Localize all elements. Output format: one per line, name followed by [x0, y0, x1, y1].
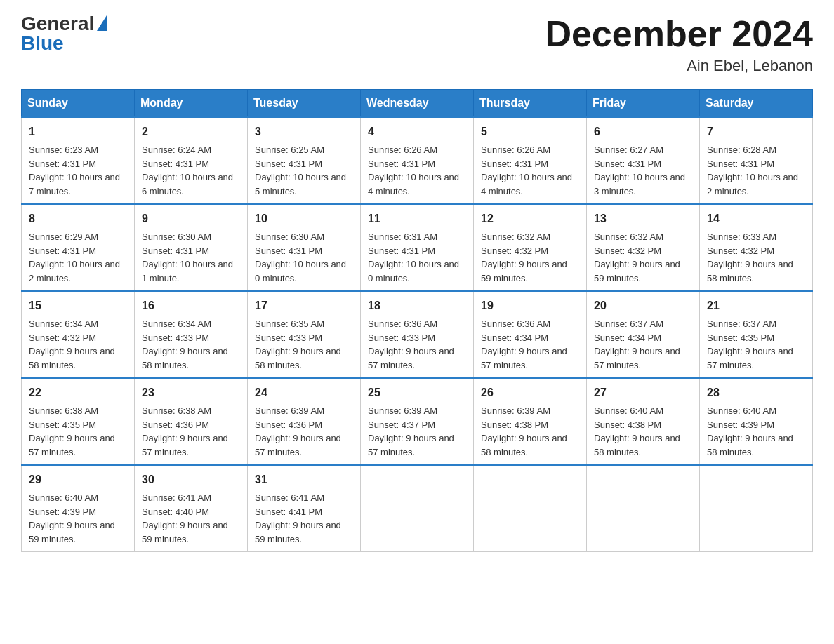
day-info: Sunrise: 6:24 AM Sunset: 4:31 PM Dayligh…	[142, 143, 240, 198]
day-number: 8	[29, 210, 127, 227]
day-info: Sunrise: 6:39 AM Sunset: 4:38 PM Dayligh…	[481, 404, 579, 459]
day-info: Sunrise: 6:41 AM Sunset: 4:41 PM Dayligh…	[255, 491, 353, 546]
calendar-cell: 14 Sunrise: 6:33 AM Sunset: 4:32 PM Dayl…	[700, 204, 813, 291]
day-info: Sunrise: 6:32 AM Sunset: 4:32 PM Dayligh…	[594, 230, 692, 285]
day-info: Sunrise: 6:28 AM Sunset: 4:31 PM Dayligh…	[707, 143, 805, 198]
calendar-cell: 26 Sunrise: 6:39 AM Sunset: 4:38 PM Dayl…	[474, 378, 587, 465]
calendar-cell: 29 Sunrise: 6:40 AM Sunset: 4:39 PM Dayl…	[22, 465, 135, 552]
calendar-cell: 16 Sunrise: 6:34 AM Sunset: 4:33 PM Dayl…	[135, 291, 248, 378]
day-number: 12	[481, 210, 579, 227]
calendar-cell: 27 Sunrise: 6:40 AM Sunset: 4:38 PM Dayl…	[587, 378, 700, 465]
weekday-header-tuesday: Tuesday	[248, 90, 361, 118]
day-number: 30	[142, 471, 240, 488]
day-info: Sunrise: 6:25 AM Sunset: 4:31 PM Dayligh…	[255, 143, 353, 198]
calendar-table: SundayMondayTuesdayWednesdayThursdayFrid…	[21, 89, 813, 552]
calendar-cell: 8 Sunrise: 6:29 AM Sunset: 4:31 PM Dayli…	[22, 204, 135, 291]
day-info: Sunrise: 6:36 AM Sunset: 4:34 PM Dayligh…	[481, 317, 579, 372]
calendar-cell: 2 Sunrise: 6:24 AM Sunset: 4:31 PM Dayli…	[135, 117, 248, 204]
day-info: Sunrise: 6:40 AM Sunset: 4:39 PM Dayligh…	[707, 404, 805, 459]
day-info: Sunrise: 6:37 AM Sunset: 4:35 PM Dayligh…	[707, 317, 805, 372]
calendar-week-row: 8 Sunrise: 6:29 AM Sunset: 4:31 PM Dayli…	[22, 204, 813, 291]
day-info: Sunrise: 6:23 AM Sunset: 4:31 PM Dayligh…	[29, 143, 127, 198]
day-number: 3	[255, 123, 353, 140]
page-header: General Blue December 2024 Ain Ebel, Leb…	[21, 14, 813, 75]
day-number: 28	[707, 384, 805, 401]
day-number: 11	[368, 210, 466, 227]
day-info: Sunrise: 6:34 AM Sunset: 4:33 PM Dayligh…	[142, 317, 240, 372]
calendar-cell: 23 Sunrise: 6:38 AM Sunset: 4:36 PM Dayl…	[135, 378, 248, 465]
calendar-cell: 30 Sunrise: 6:41 AM Sunset: 4:40 PM Dayl…	[135, 465, 248, 552]
day-number: 29	[29, 471, 127, 488]
day-number: 5	[481, 123, 579, 140]
day-info: Sunrise: 6:37 AM Sunset: 4:34 PM Dayligh…	[594, 317, 692, 372]
calendar-cell: 28 Sunrise: 6:40 AM Sunset: 4:39 PM Dayl…	[700, 378, 813, 465]
calendar-cell: 21 Sunrise: 6:37 AM Sunset: 4:35 PM Dayl…	[700, 291, 813, 378]
calendar-header: SundayMondayTuesdayWednesdayThursdayFrid…	[22, 90, 813, 118]
calendar-cell: 20 Sunrise: 6:37 AM Sunset: 4:34 PM Dayl…	[587, 291, 700, 378]
day-info: Sunrise: 6:26 AM Sunset: 4:31 PM Dayligh…	[481, 143, 579, 198]
day-info: Sunrise: 6:38 AM Sunset: 4:36 PM Dayligh…	[142, 404, 240, 459]
calendar-cell: 4 Sunrise: 6:26 AM Sunset: 4:31 PM Dayli…	[361, 117, 474, 204]
calendar-cell	[361, 465, 474, 552]
logo: General Blue	[21, 14, 107, 53]
day-number: 22	[29, 384, 127, 401]
logo-triangle-icon	[97, 15, 107, 31]
calendar-cell: 7 Sunrise: 6:28 AM Sunset: 4:31 PM Dayli…	[700, 117, 813, 204]
location-subtitle: Ain Ebel, Lebanon	[545, 57, 813, 75]
day-number: 21	[707, 297, 805, 314]
day-info: Sunrise: 6:30 AM Sunset: 4:31 PM Dayligh…	[142, 230, 240, 285]
month-title: December 2024	[545, 14, 813, 54]
day-number: 27	[594, 384, 692, 401]
calendar-cell: 3 Sunrise: 6:25 AM Sunset: 4:31 PM Dayli…	[248, 117, 361, 204]
day-number: 15	[29, 297, 127, 314]
day-number: 19	[481, 297, 579, 314]
calendar-cell	[587, 465, 700, 552]
day-number: 24	[255, 384, 353, 401]
day-number: 7	[707, 123, 805, 140]
calendar-week-row: 22 Sunrise: 6:38 AM Sunset: 4:35 PM Dayl…	[22, 378, 813, 465]
weekday-header-row: SundayMondayTuesdayWednesdayThursdayFrid…	[22, 90, 813, 118]
day-number: 9	[142, 210, 240, 227]
day-info: Sunrise: 6:40 AM Sunset: 4:39 PM Dayligh…	[29, 491, 127, 546]
logo-blue-text: Blue	[21, 34, 64, 53]
day-number: 6	[594, 123, 692, 140]
calendar-cell: 31 Sunrise: 6:41 AM Sunset: 4:41 PM Dayl…	[248, 465, 361, 552]
calendar-cell: 5 Sunrise: 6:26 AM Sunset: 4:31 PM Dayli…	[474, 117, 587, 204]
day-info: Sunrise: 6:26 AM Sunset: 4:31 PM Dayligh…	[368, 143, 466, 198]
calendar-cell: 15 Sunrise: 6:34 AM Sunset: 4:32 PM Dayl…	[22, 291, 135, 378]
day-info: Sunrise: 6:32 AM Sunset: 4:32 PM Dayligh…	[481, 230, 579, 285]
day-info: Sunrise: 6:38 AM Sunset: 4:35 PM Dayligh…	[29, 404, 127, 459]
day-info: Sunrise: 6:34 AM Sunset: 4:32 PM Dayligh…	[29, 317, 127, 372]
calendar-cell: 24 Sunrise: 6:39 AM Sunset: 4:36 PM Dayl…	[248, 378, 361, 465]
weekday-header-monday: Monday	[135, 90, 248, 118]
day-info: Sunrise: 6:39 AM Sunset: 4:37 PM Dayligh…	[368, 404, 466, 459]
calendar-cell: 6 Sunrise: 6:27 AM Sunset: 4:31 PM Dayli…	[587, 117, 700, 204]
calendar-body: 1 Sunrise: 6:23 AM Sunset: 4:31 PM Dayli…	[22, 117, 813, 552]
day-info: Sunrise: 6:31 AM Sunset: 4:31 PM Dayligh…	[368, 230, 466, 285]
day-number: 13	[594, 210, 692, 227]
calendar-cell: 18 Sunrise: 6:36 AM Sunset: 4:33 PM Dayl…	[361, 291, 474, 378]
weekday-header-thursday: Thursday	[474, 90, 587, 118]
weekday-header-sunday: Sunday	[22, 90, 135, 118]
calendar-week-row: 1 Sunrise: 6:23 AM Sunset: 4:31 PM Dayli…	[22, 117, 813, 204]
day-number: 17	[255, 297, 353, 314]
calendar-cell: 17 Sunrise: 6:35 AM Sunset: 4:33 PM Dayl…	[248, 291, 361, 378]
day-info: Sunrise: 6:30 AM Sunset: 4:31 PM Dayligh…	[255, 230, 353, 285]
day-number: 1	[29, 123, 127, 140]
calendar-cell: 19 Sunrise: 6:36 AM Sunset: 4:34 PM Dayl…	[474, 291, 587, 378]
day-number: 10	[255, 210, 353, 227]
calendar-cell: 9 Sunrise: 6:30 AM Sunset: 4:31 PM Dayli…	[135, 204, 248, 291]
calendar-cell	[474, 465, 587, 552]
logo-general-text: General	[21, 14, 94, 34]
day-number: 23	[142, 384, 240, 401]
calendar-week-row: 15 Sunrise: 6:34 AM Sunset: 4:32 PM Dayl…	[22, 291, 813, 378]
calendar-cell: 1 Sunrise: 6:23 AM Sunset: 4:31 PM Dayli…	[22, 117, 135, 204]
weekday-header-saturday: Saturday	[700, 90, 813, 118]
calendar-cell: 13 Sunrise: 6:32 AM Sunset: 4:32 PM Dayl…	[587, 204, 700, 291]
day-info: Sunrise: 6:27 AM Sunset: 4:31 PM Dayligh…	[594, 143, 692, 198]
day-number: 4	[368, 123, 466, 140]
weekday-header-wednesday: Wednesday	[361, 90, 474, 118]
day-number: 25	[368, 384, 466, 401]
day-info: Sunrise: 6:35 AM Sunset: 4:33 PM Dayligh…	[255, 317, 353, 372]
calendar-cell: 22 Sunrise: 6:38 AM Sunset: 4:35 PM Dayl…	[22, 378, 135, 465]
